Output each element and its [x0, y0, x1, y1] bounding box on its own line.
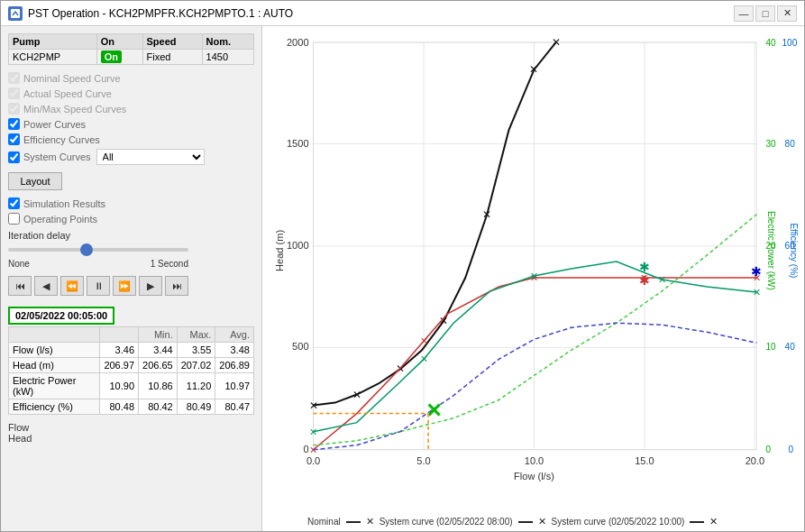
- playback-next-button[interactable]: ▶: [139, 276, 162, 296]
- close-button[interactable]: ✕: [777, 5, 797, 22]
- svg-text:20.0: 20.0: [746, 455, 764, 466]
- metric-head-value: 206.97: [100, 358, 139, 373]
- col-on: On: [96, 34, 142, 50]
- svg-text:1000: 1000: [287, 240, 309, 251]
- pump-name: KCH2PMP: [9, 50, 97, 65]
- metric-head-min: 206.65: [139, 358, 178, 373]
- metric-efficiency-avg: 80.47: [215, 399, 254, 415]
- data-table-section: 02/05/2022 00:05:00 Min.Max.Avg. Flow (l…: [8, 307, 254, 415]
- metric-efficiency-max: 80.49: [177, 399, 215, 415]
- power-curves-checkbox[interactable]: [8, 118, 20, 130]
- data-header: 02/05/2022 00:05:00: [8, 307, 254, 325]
- nominal-speed-checkbox: [8, 72, 20, 84]
- system-curves-label: System Curves: [23, 151, 91, 162]
- svg-text:✕: ✕: [530, 271, 538, 281]
- actual-speed-label: Actual Speed Curve: [23, 88, 112, 99]
- svg-text:✕: ✕: [420, 353, 428, 364]
- data-row-efficiency: Efficiency (%) 80.48 80.42 80.49 80.47: [9, 399, 254, 415]
- slider-labels: None 1 Second: [8, 259, 188, 269]
- metric-efficiency-label: Efficiency (%): [9, 399, 100, 415]
- min-max-speed-label: Min/Max Speed Curves: [23, 104, 126, 115]
- system-curves-checkbox[interactable]: [8, 151, 20, 163]
- chart-svg: 2000 1500 1000 500 0 Head (m) 0.0 5.0 10…: [270, 33, 800, 504]
- svg-text:✕: ✕: [309, 427, 317, 437]
- title-buttons: — □ ✕: [734, 5, 797, 22]
- svg-text:✕: ✕: [552, 36, 561, 49]
- svg-text:0: 0: [789, 445, 794, 454]
- data-values-table: Min.Max.Avg. Flow (l/s) 3.46 3.44 3.55 3…: [8, 326, 254, 415]
- svg-text:Head (m): Head (m): [274, 230, 285, 271]
- svg-text:10.0: 10.0: [525, 455, 544, 466]
- svg-text:80: 80: [785, 139, 796, 149]
- playback-step-back-button[interactable]: ⏪: [60, 276, 84, 296]
- playback-prev-button[interactable]: ◀: [34, 276, 58, 296]
- legend-nominal-marker: ✕: [366, 516, 374, 527]
- svg-text:✱: ✱: [639, 260, 650, 274]
- efficiency-curves-checkbox[interactable]: [8, 133, 20, 145]
- svg-text:✕: ✕: [529, 63, 538, 76]
- metric-flow-value: 3.46: [100, 343, 139, 358]
- maximize-button[interactable]: □: [755, 5, 775, 22]
- data-row-power: Electric Power (kW) 10.90 10.86 11.20 10…: [9, 373, 254, 399]
- svg-text:✕: ✕: [753, 287, 761, 298]
- iteration-label: Iteration delay: [8, 230, 254, 241]
- svg-text:Flow (l/s): Flow (l/s): [514, 471, 554, 482]
- svg-text:✕: ✕: [420, 335, 428, 346]
- svg-text:✕: ✕: [352, 389, 361, 401]
- data-row-head: Head (m) 206.97 206.65 207.02 206.89: [9, 358, 254, 373]
- svg-text:✱: ✱: [639, 273, 650, 288]
- metric-efficiency-min: 80.42: [139, 399, 178, 415]
- data-row-flow: Flow (l/s) 3.46 3.44 3.55 3.48: [9, 343, 254, 358]
- playback-pause-button[interactable]: ⏸: [87, 276, 110, 296]
- svg-text:✕: ✕: [425, 399, 442, 422]
- legend-nominal-line: [346, 521, 361, 523]
- playback-last-button[interactable]: ⏭: [165, 276, 188, 296]
- layout-button[interactable]: Layout: [8, 172, 62, 190]
- pump-nom: 1450: [202, 50, 253, 65]
- operating-points-label: Operating Points: [23, 214, 97, 225]
- metric-head-avg: 206.89: [215, 358, 254, 373]
- status-on-badge: On: [101, 50, 122, 63]
- min-max-speed-row: Min/Max Speed Curves: [8, 103, 254, 115]
- simulation-results-checkbox[interactable]: [8, 197, 20, 209]
- metric-flow-min: 3.44: [139, 343, 178, 358]
- minimize-button[interactable]: —: [734, 5, 754, 22]
- system-curves-row: System Curves All Selected None: [8, 149, 254, 165]
- operating-points-row: Operating Points: [8, 213, 254, 225]
- slider-thumb[interactable]: [80, 243, 93, 256]
- chart-area: 2000 1500 1000 500 0 Head (m) 0.0 5.0 10…: [262, 26, 804, 531]
- pump-on-status: On: [96, 50, 142, 65]
- svg-text:30: 30: [765, 139, 776, 149]
- svg-text:1500: 1500: [287, 138, 309, 149]
- actual-speed-row: Actual Speed Curve: [8, 87, 254, 99]
- slider-min-label: None: [8, 259, 30, 269]
- operating-points-checkbox[interactable]: [8, 213, 20, 225]
- svg-text:5.0: 5.0: [416, 455, 430, 466]
- nominal-speed-label: Nominal Speed Curve: [23, 73, 121, 84]
- svg-rect-0: [11, 9, 20, 18]
- slider-track: [8, 248, 188, 252]
- metric-power-value: 10.90: [100, 373, 139, 399]
- chart-legend: Nominal ✕ System curve (02/05/2022 08:00…: [307, 516, 800, 527]
- legend-nominal-label: Nominal: [307, 517, 341, 527]
- svg-text:✕: ✕: [482, 208, 491, 221]
- power-curves-label: Power Curves: [23, 119, 86, 130]
- min-max-speed-checkbox: [8, 103, 20, 115]
- iteration-slider-container: [8, 248, 188, 252]
- pump-speed: Fixed: [142, 50, 202, 65]
- simulation-results-row: Simulation Results: [8, 197, 254, 209]
- flow-label: Flow: [8, 422, 29, 433]
- playback-step-fwd-button[interactable]: ⏩: [113, 276, 136, 296]
- playback-first-button[interactable]: ⏮: [8, 276, 32, 296]
- nominal-speed-row: Nominal Speed Curve: [8, 72, 254, 84]
- legend-syscurve2-label: System curve (02/05/2022 10:00): [552, 517, 685, 527]
- efficiency-curves-row: Efficiency Curves: [8, 133, 254, 145]
- svg-text:40: 40: [765, 38, 776, 48]
- bottom-labels: Flow Head: [8, 422, 254, 444]
- svg-text:✕: ✕: [309, 399, 318, 412]
- metric-head-max: 207.02: [177, 358, 215, 373]
- power-curves-row: Power Curves: [8, 118, 254, 130]
- system-curves-dropdown[interactable]: All Selected None: [96, 149, 205, 165]
- svg-text:0.0: 0.0: [306, 455, 320, 466]
- title-bar-left: PST Operation - KCH2PMPFR.KCH2PMPTO.1 : …: [8, 6, 293, 21]
